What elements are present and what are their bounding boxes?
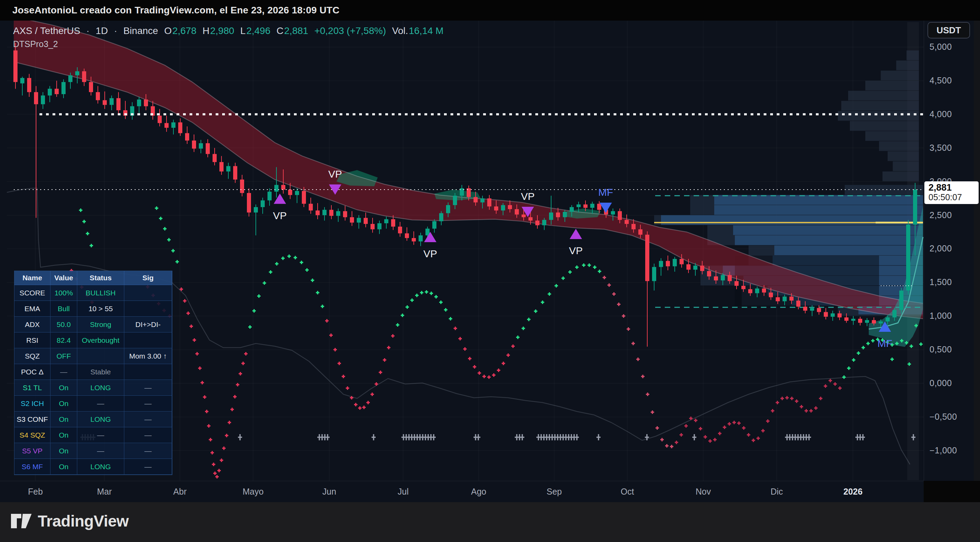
- vp-signal-up-icon[interactable]: [274, 194, 286, 204]
- momentum-dot-wave: [248, 255, 324, 329]
- indicator-value-cell: On: [51, 459, 77, 475]
- momentum-dot-wave: [603, 276, 673, 448]
- volume-profile-grey-bar: [841, 101, 919, 111]
- indicator-sig-cell: [124, 364, 172, 380]
- month-label[interactable]: Ago: [471, 487, 486, 497]
- indicator-status-panel: NameValueStatusSigSCORE100%BULLISHEMABul…: [14, 271, 172, 475]
- indicator-row-sqz: SQZOFFMom 3.00 ↑: [14, 348, 172, 364]
- price-tick: 1,000: [929, 311, 952, 321]
- price-tick: −0,500: [929, 412, 957, 422]
- indicator-value-cell: On: [51, 380, 77, 396]
- indicator-title[interactable]: DTSPro3_2: [13, 39, 58, 49]
- volume-value: 16,14 M: [409, 26, 443, 36]
- last-price-label: 2,881 05:50:07: [924, 181, 978, 204]
- indicator-value-cell: On: [51, 427, 77, 443]
- momentum-dot-wave: [396, 290, 452, 327]
- indicator-sig-cell: [124, 285, 172, 301]
- price-tick: 2,000: [929, 244, 952, 253]
- indicator-name-cell: S5 VP: [14, 443, 51, 459]
- mf-signal-down-icon[interactable]: [600, 202, 612, 213]
- indicator-value-cell: On: [51, 396, 77, 411]
- volume-profile-bar: [661, 215, 923, 225]
- price-tick: 2,500: [929, 210, 952, 220]
- month-label[interactable]: Nov: [696, 487, 711, 497]
- mf-signal-label: MF: [877, 338, 892, 349]
- price-axis[interactable]: USDT 5,0004,5004,0003,5003,0002,5002,000…: [924, 21, 974, 481]
- indicator-row-s5-vp: S5 VPOn——: [14, 443, 172, 459]
- close-value: 2,881: [284, 26, 309, 36]
- indicator-sig-cell: [124, 301, 172, 317]
- volume-label: Vol.: [392, 26, 408, 36]
- volume-profile-grey-bar: [893, 161, 919, 171]
- month-label[interactable]: Abr: [173, 487, 187, 497]
- volume-profile-bar: [714, 195, 923, 205]
- indicator-value-cell: —: [51, 364, 77, 380]
- indicator-row-s2-ich: S2 ICHOn——: [14, 396, 172, 411]
- indicator-value-cell: 100%: [51, 285, 77, 301]
- month-label[interactable]: Jul: [398, 487, 409, 497]
- momentum-dot-wave: [516, 263, 601, 339]
- month-label[interactable]: Jun: [323, 487, 336, 497]
- change-value: +0,203 (+7,58%): [314, 26, 386, 36]
- indicator-table-header: NameValueStatusSig: [14, 271, 172, 285]
- volume-profile-grey-bar: [848, 91, 919, 100]
- indicator-status-cell: LONG: [77, 459, 124, 475]
- indicator-status-cell: LONG: [77, 380, 124, 396]
- volume-profile-grey-bar: [888, 151, 919, 161]
- momentum-dot-wave: [675, 379, 842, 444]
- interval[interactable]: 1D: [95, 26, 108, 36]
- low-value: 2,496: [246, 26, 270, 36]
- open-label: O: [164, 26, 172, 36]
- month-label[interactable]: Feb: [28, 487, 43, 497]
- vp-signal-label: VP: [273, 210, 287, 221]
- volume-profile-bar: [733, 225, 923, 235]
- month-label[interactable]: Mar: [97, 487, 111, 497]
- tradingview-chart-export: JoseAntonioL creado con TradingView.com,…: [0, 0, 980, 542]
- price-tick: 1,500: [929, 277, 952, 287]
- month-label[interactable]: 2026: [843, 487, 862, 497]
- separator-dot: ·: [86, 26, 89, 36]
- month-label[interactable]: Dic: [770, 487, 783, 497]
- vp-signal-label: VP: [423, 248, 437, 259]
- volume-profile-grey-bar: [881, 71, 919, 80]
- price-tick: −1,000: [929, 445, 957, 456]
- momentum-dot-wave: [79, 209, 93, 247]
- month-label[interactable]: Mayo: [242, 487, 263, 497]
- tradingview-logo-text: TradingView: [38, 512, 129, 530]
- indicator-row-s4-sqz: S4 SQZOn——: [14, 427, 172, 443]
- vp-signal-up-icon[interactable]: [570, 229, 582, 239]
- indicator-name-cell: RSI: [14, 333, 51, 348]
- indicator-sig-cell: —: [124, 459, 172, 475]
- month-label[interactable]: Sep: [547, 487, 562, 497]
- indicator-value-cell: 82.4: [51, 333, 77, 348]
- indicator-value-cell: OFF: [51, 348, 77, 364]
- indicator-row-s3-conf: S3 CONFOnLONG—: [14, 411, 172, 427]
- volume-profile-grey-bar: [896, 61, 919, 70]
- symbol-header: AXS / TetherUS · 1D · Binance O2,678 H2,…: [13, 26, 447, 37]
- indicator-sig-cell: —: [124, 443, 172, 459]
- indicator-status-cell: Strong: [77, 317, 124, 333]
- month-label[interactable]: Oct: [621, 487, 634, 497]
- exchange: Binance: [123, 26, 158, 36]
- indicator-name-cell: S1 TL: [14, 380, 51, 396]
- indicator-row-ema: EMABull10 > 55: [14, 301, 172, 317]
- indicator-row-s1-tl: S1 TLOnLONG—: [14, 380, 172, 396]
- price-tick: 0,000: [929, 378, 952, 388]
- indicator-name-cell: EMA: [14, 301, 51, 317]
- close-label: C: [277, 26, 283, 36]
- indicator-sig-cell: —: [124, 411, 172, 427]
- indicator-status-cell: —: [77, 396, 124, 411]
- volume-profile-bar: [714, 205, 923, 215]
- indicator-name-cell: SQZ: [14, 348, 51, 364]
- indicator-name-cell: SCORE: [14, 285, 51, 301]
- indicator-status-cell: BULLISH: [77, 285, 124, 301]
- currency-toggle-button[interactable]: USDT: [928, 22, 970, 38]
- time-axis[interactable]: FebMarAbrMayoJunJulAgoSepOctNovDic2026: [0, 481, 924, 502]
- indicator-status-cell: LONG: [77, 411, 124, 427]
- indicator-header-cell: Value: [51, 271, 77, 285]
- vp-signal-label: VP: [521, 191, 535, 202]
- indicator-value-cell: On: [51, 443, 77, 459]
- axis-margin: [974, 21, 980, 481]
- symbol-name[interactable]: AXS / TetherUS: [13, 26, 80, 36]
- volume-profile-grey-bar: [838, 111, 919, 121]
